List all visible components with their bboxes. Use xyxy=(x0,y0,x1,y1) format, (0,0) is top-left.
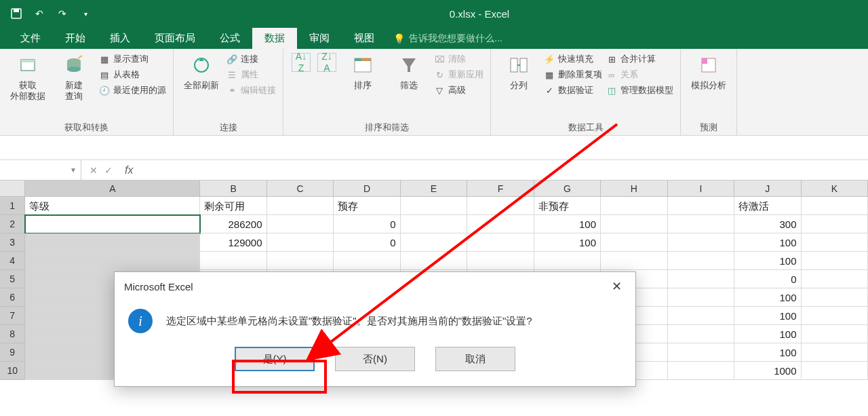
column-header[interactable]: I xyxy=(668,181,734,196)
cell[interactable] xyxy=(267,252,334,270)
cell[interactable] xyxy=(802,252,868,270)
row-header[interactable]: 5 xyxy=(0,270,25,288)
cell[interactable] xyxy=(467,215,534,233)
cell[interactable] xyxy=(534,252,601,270)
row-header[interactable]: 7 xyxy=(0,307,25,325)
cell[interactable]: 0 xyxy=(334,233,401,252)
cell[interactable]: 1000 xyxy=(734,362,802,380)
tab-layout[interactable]: 页面布局 xyxy=(142,28,208,49)
row-header[interactable]: 2 xyxy=(0,215,25,233)
row-header[interactable]: 10 xyxy=(0,362,25,380)
remove-duplicates-button[interactable]: ▦删除重复项 xyxy=(544,69,602,81)
cell[interactable] xyxy=(802,215,868,233)
filter-button[interactable]: 筛选 xyxy=(388,53,430,91)
reapply-button[interactable]: ↻重新应用 xyxy=(434,69,484,81)
cell[interactable] xyxy=(668,197,735,215)
cell[interactable] xyxy=(334,252,401,270)
tab-data[interactable]: 数据 xyxy=(252,28,297,49)
cell[interactable] xyxy=(25,233,200,252)
cell[interactable]: 100 xyxy=(734,288,802,307)
cell[interactable] xyxy=(467,197,534,215)
cell[interactable]: 剩余可用 xyxy=(200,197,267,215)
redo-icon[interactable]: ↷ xyxy=(52,4,73,23)
formula-input[interactable] xyxy=(137,160,868,180)
connections-button[interactable]: 🔗连接 xyxy=(226,53,276,65)
cell[interactable] xyxy=(668,343,735,362)
from-table-button[interactable]: ▤从表格 xyxy=(99,69,166,81)
cell[interactable]: 0 xyxy=(334,215,401,233)
cell[interactable]: 100 xyxy=(534,233,601,252)
tab-formula[interactable]: 公式 xyxy=(208,28,252,49)
cell[interactable] xyxy=(802,288,868,307)
row-header[interactable]: 1 xyxy=(0,197,25,215)
cell[interactable]: 100 xyxy=(734,233,802,252)
cell[interactable]: 100 xyxy=(734,252,802,270)
sort-button[interactable]: 排序 xyxy=(342,53,384,91)
cell[interactable] xyxy=(401,252,468,270)
cell[interactable]: 待激活 xyxy=(734,197,802,215)
confirm-icon[interactable]: ✓ xyxy=(104,165,113,176)
flash-fill-button[interactable]: ⚡快速填充 xyxy=(544,53,602,65)
show-queries-button[interactable]: ▦显示查询 xyxy=(99,53,166,65)
data-model-button[interactable]: ◫管理数据模型 xyxy=(606,84,673,96)
qat-dropdown-icon[interactable]: ▾ xyxy=(75,4,96,23)
cell[interactable] xyxy=(802,307,868,325)
edit-links-button[interactable]: ⚭编辑链接 xyxy=(226,84,276,96)
whatif-button[interactable]: 模拟分析 xyxy=(688,53,730,91)
clear-filter-button[interactable]: ⌧清除 xyxy=(434,53,484,65)
column-header[interactable]: D xyxy=(334,181,400,196)
column-header[interactable]: K xyxy=(802,181,868,196)
cell[interactable] xyxy=(668,325,735,343)
name-box[interactable]: ▼ xyxy=(0,160,81,180)
cell[interactable] xyxy=(25,215,200,233)
cell[interactable] xyxy=(802,270,868,288)
column-header[interactable]: F xyxy=(467,181,534,196)
cell[interactable] xyxy=(200,252,267,270)
sort-desc-button[interactable]: Z↓A xyxy=(316,53,338,75)
cancel-icon[interactable]: ✕ xyxy=(90,165,98,176)
cell[interactable]: 129000 xyxy=(200,233,267,252)
cell[interactable]: 300 xyxy=(734,215,802,233)
cell[interactable]: 非预存 xyxy=(534,197,601,215)
cell[interactable] xyxy=(267,233,334,252)
tab-review[interactable]: 审阅 xyxy=(297,28,342,49)
tab-view[interactable]: 视图 xyxy=(342,28,387,49)
fx-icon[interactable]: fx xyxy=(121,164,137,176)
tab-insert[interactable]: 插入 xyxy=(98,28,142,49)
cell[interactable] xyxy=(267,215,334,233)
column-header[interactable]: A xyxy=(25,181,200,196)
cell[interactable] xyxy=(668,288,735,307)
cell[interactable] xyxy=(401,215,468,233)
column-header[interactable]: H xyxy=(601,181,667,196)
cell[interactable] xyxy=(668,270,735,288)
yes-button[interactable]: 是(Y) xyxy=(235,347,315,371)
row-header[interactable]: 3 xyxy=(0,233,25,252)
cancel-button[interactable]: 取消 xyxy=(435,347,515,371)
advanced-filter-button[interactable]: ▽高级 xyxy=(434,84,484,96)
text-to-columns-button[interactable]: 分列 xyxy=(498,53,540,91)
column-header[interactable]: C xyxy=(267,181,334,196)
row-header[interactable]: 9 xyxy=(0,343,25,362)
row-header[interactable]: 6 xyxy=(0,288,25,307)
cell[interactable] xyxy=(401,197,468,215)
tab-home[interactable]: 开始 xyxy=(53,28,98,49)
cell[interactable] xyxy=(25,252,200,270)
cell[interactable] xyxy=(802,343,868,362)
cell[interactable] xyxy=(401,233,468,252)
no-button[interactable]: 否(N) xyxy=(335,347,415,371)
chevron-down-icon[interactable]: ▼ xyxy=(70,166,77,174)
cell[interactable] xyxy=(802,233,868,252)
cell[interactable]: 286200 xyxy=(200,215,267,233)
properties-button[interactable]: ☰属性 xyxy=(226,69,276,81)
cell[interactable]: 100 xyxy=(534,215,601,233)
cell[interactable] xyxy=(267,197,334,215)
row-header[interactable]: 4 xyxy=(0,252,25,270)
cell[interactable] xyxy=(467,252,534,270)
data-validation-button[interactable]: ✓数据验证 xyxy=(544,84,602,96)
sort-asc-button[interactable]: A↓Z xyxy=(290,53,312,75)
save-icon[interactable] xyxy=(5,4,27,23)
new-query-button[interactable]: 新建 查询 xyxy=(53,53,95,102)
cell[interactable]: 等级 xyxy=(25,197,200,215)
cell[interactable] xyxy=(802,197,868,215)
column-header[interactable]: G xyxy=(534,181,601,196)
